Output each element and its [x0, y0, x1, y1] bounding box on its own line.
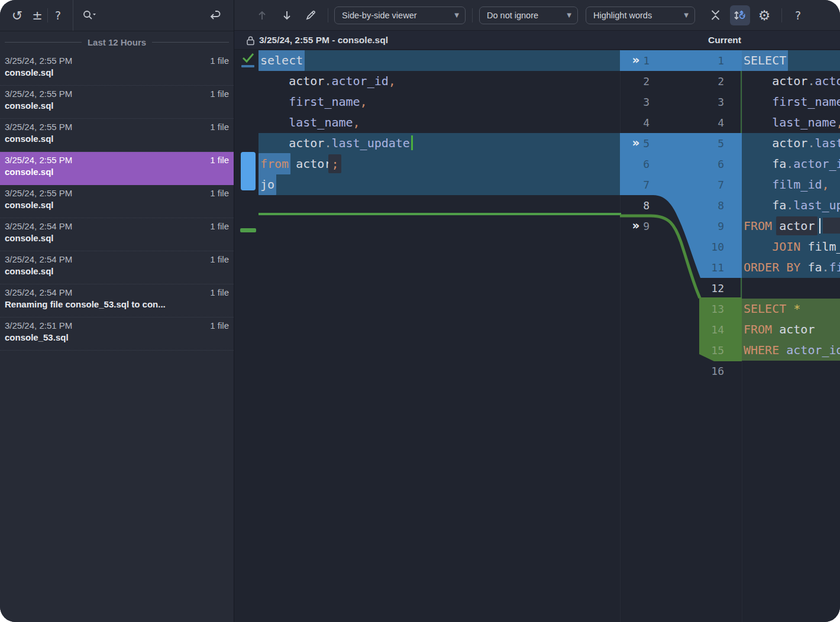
right-line-7: film_id,	[742, 174, 840, 195]
search-icon[interactable]	[77, 5, 103, 25]
right-line-number-13: 13	[693, 299, 728, 319]
right-line-16	[742, 361, 840, 381]
right-line-number-16: 16	[693, 361, 728, 381]
entry-date: 3/25/24, 2:55 PM	[5, 89, 72, 99]
highlight-mode-label: Highlight words	[593, 11, 652, 20]
left-line-7: jo	[259, 174, 620, 195]
toolbar-divider	[781, 8, 782, 22]
right-line-1: SELECT	[742, 50, 840, 71]
right-line-8: fa.last_update	[742, 195, 840, 216]
history-sidebar: ↺ ± ? Last 12 Hours	[0, 0, 234, 622]
rollback-icon[interactable]	[205, 5, 225, 25]
history-entry-7[interactable]: 3/25/24, 2:54 PM1 fileconsole.sql	[0, 251, 234, 284]
entry-file-count: 1 file	[210, 188, 229, 198]
entry-file-count: 1 file	[210, 320, 229, 331]
right-line-number-7: 7	[693, 174, 728, 195]
edit-icon[interactable]	[301, 5, 321, 25]
right-line-number-8: 8	[693, 195, 728, 216]
history-entry-6[interactable]: 3/25/24, 2:54 PM1 fileconsole.sql	[0, 218, 234, 251]
history-entry-1[interactable]: 3/25/24, 2:55 PM1 fileconsole.sql	[0, 53, 234, 86]
entry-label: console.sql	[5, 67, 229, 77]
diff-headers: 3/25/24, 2:55 PM - console.sql Current	[234, 31, 840, 50]
entry-date: 3/25/24, 2:54 PM	[5, 254, 72, 264]
entry-label: console.sql	[5, 134, 229, 144]
entry-label: console.sql	[5, 167, 229, 177]
changed-lines-marker[interactable]	[241, 152, 256, 190]
insertion-line	[259, 213, 621, 215]
sidebar-toolbar: ↺ ± ?	[0, 0, 234, 31]
apply-change-chevron[interactable]: »	[626, 50, 646, 71]
history-list: 3/25/24, 2:55 PM1 fileconsole.sql3/25/24…	[0, 53, 234, 351]
collapse-unchanged-icon[interactable]	[705, 5, 725, 25]
right-line-6: fa.actor_id,	[742, 154, 840, 174]
right-line-number-4: 4	[693, 112, 728, 133]
revision-title: 3/25/24, 2:55 PM - console.sql	[246, 31, 388, 50]
entry-date: 3/25/24, 2:54 PM	[5, 287, 72, 297]
right-line-10: JOIN film_actor	[742, 237, 840, 257]
changed-word-tail	[823, 218, 840, 234]
viewer-mode-dropdown[interactable]: Side-by-side viewer ▼	[334, 7, 466, 24]
left-code-pane[interactable]: select actor.actor_id, first_name, last_…	[259, 50, 620, 387]
right-line-number-14: 14	[693, 319, 728, 340]
history-entry-5[interactable]: 3/25/24, 2:55 PM1 fileconsole.sql	[0, 185, 234, 218]
settings-icon[interactable]: ⚙	[754, 5, 774, 25]
right-line-14: FROM actor	[742, 319, 840, 340]
viewer-mode-label: Side-by-side viewer	[342, 11, 417, 20]
left-line-6: from actor;	[259, 154, 620, 174]
sync-scroll-icon[interactable]	[730, 5, 750, 25]
prev-change-icon[interactable]	[252, 5, 272, 25]
entry-date: 3/25/24, 2:55 PM	[5, 56, 72, 66]
history-period-label: Last 12 Hours	[88, 37, 146, 47]
right-line-15: WHERE actor_id	[742, 340, 840, 361]
revert-icon[interactable]: ↺	[7, 5, 27, 25]
text-cursor	[819, 218, 820, 234]
apply-change-chevron[interactable]: »	[626, 216, 646, 237]
history-entry-3[interactable]: 3/25/24, 2:55 PM1 fileconsole.sql	[0, 119, 234, 152]
history-entry-8[interactable]: 3/25/24, 2:54 PM1 fileRenaming file cons…	[0, 284, 234, 318]
diff-icon[interactable]: ±	[27, 5, 47, 25]
history-entry-4[interactable]: 3/25/24, 2:55 PM1 fileconsole.sql	[0, 152, 234, 185]
revision-title-text: 3/25/24, 2:55 PM - console.sql	[259, 35, 388, 46]
right-line-number-10: 10	[693, 237, 728, 257]
entry-label: console.sql	[5, 101, 229, 111]
left-line-number-7: 7	[620, 174, 653, 195]
right-line-3: first_name,	[742, 92, 840, 112]
entry-file-count: 1 file	[210, 155, 229, 165]
right-line-number-1: 1	[693, 50, 728, 71]
left-line-number-2: 2	[620, 71, 653, 92]
right-line-4: last_name,	[742, 112, 840, 133]
help-icon[interactable]: ?	[788, 5, 808, 25]
history-period-header: Last 12 Hours	[0, 31, 234, 53]
left-line-2: actor.actor_id,	[259, 71, 620, 92]
entry-date: 3/25/24, 2:55 PM	[5, 155, 72, 165]
entry-file-count: 1 file	[210, 254, 229, 264]
added-lines-marker[interactable]	[240, 228, 256, 232]
right-line-12	[742, 278, 840, 299]
left-line-9	[259, 216, 620, 237]
right-line-number-12: 12	[693, 278, 728, 299]
right-code-pane[interactable]: SELECT actor.actor_id, first_name, last_…	[742, 50, 840, 432]
left-line-number-3: 3	[620, 92, 653, 112]
history-entry-2[interactable]: 3/25/24, 2:55 PM1 fileconsole.sql	[0, 86, 234, 119]
header-rule-left	[5, 42, 82, 43]
left-line-5: actor.last_update	[259, 133, 620, 154]
right-line-9: FROM actor	[742, 216, 840, 237]
left-line-3: first_name,	[259, 92, 620, 112]
diff-editor[interactable]: select actor.actor_id, first_name, last_…	[234, 50, 840, 622]
highlight-mode-dropdown[interactable]: Highlight words ▼	[586, 7, 695, 24]
entry-label: console.sql	[5, 266, 229, 276]
header-rule-right	[152, 42, 229, 43]
diff-toolbar: Side-by-side viewer ▼ Do not ignore ▼ Hi…	[234, 0, 840, 31]
left-line-1: select	[259, 50, 620, 71]
diff-bridge: 1»2345»6789»12345678910111213141516	[620, 50, 742, 404]
help-icon[interactable]: ?	[48, 5, 68, 25]
right-line-number-2: 2	[693, 71, 728, 92]
ignore-policy-dropdown[interactable]: Do not ignore ▼	[479, 7, 578, 24]
entry-label: console_53.sql	[5, 332, 229, 342]
right-line-number-9: 9	[693, 216, 728, 237]
apply-change-chevron[interactable]: »	[626, 133, 646, 154]
next-change-icon[interactable]	[277, 5, 297, 25]
history-entry-9[interactable]: 3/25/24, 2:51 PM1 fileconsole_53.sql	[0, 318, 234, 351]
current-title: Current	[680, 31, 769, 50]
right-line-5: actor.last_update,	[742, 133, 840, 154]
